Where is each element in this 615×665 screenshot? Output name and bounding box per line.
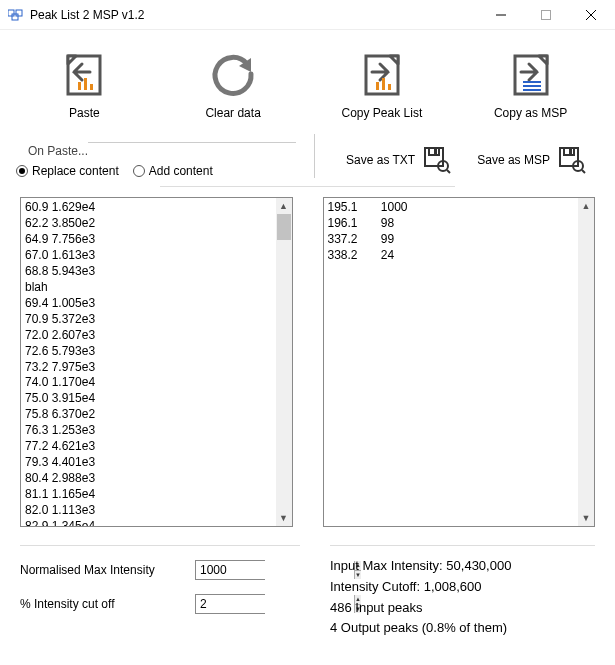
- save-msp-label: Save as MSP: [477, 153, 550, 167]
- cutoff-label: % Intensity cut off: [20, 597, 195, 611]
- stats-panel: Input Max Intensity: 50,430,000 Intensit…: [330, 545, 595, 639]
- window-title: Peak List 2 MSP v1.2: [30, 8, 478, 22]
- radio-replace[interactable]: Replace content: [16, 164, 119, 178]
- clear-button[interactable]: Clear data: [173, 50, 293, 120]
- svg-rect-10: [84, 78, 87, 90]
- options-row: On Paste... Replace content Add content …: [0, 130, 615, 186]
- svg-rect-16: [382, 78, 385, 90]
- stat-output-peaks: 4 Output peaks (0.8% of them): [330, 618, 595, 639]
- svg-marker-8: [68, 56, 76, 64]
- scroll-down-icon[interactable]: ▼: [578, 510, 594, 526]
- scroll-thumb[interactable]: [277, 214, 291, 240]
- divider: [88, 142, 296, 143]
- radio-replace-label: Replace content: [32, 164, 119, 178]
- close-button[interactable]: [568, 1, 613, 29]
- svg-rect-11: [90, 84, 93, 90]
- scroll-down-icon[interactable]: ▼: [276, 510, 292, 526]
- radio-dot-icon: [133, 165, 145, 177]
- paste-icon: [60, 50, 108, 98]
- paste-label: Paste: [69, 106, 100, 120]
- save-txt-label: Save as TXT: [346, 153, 415, 167]
- copy-peak-button[interactable]: Copy Peak List: [322, 50, 442, 120]
- save-txt-button[interactable]: Save as TXT: [346, 146, 451, 174]
- svg-line-27: [447, 170, 450, 173]
- bottom-row: Normalised Max Intensity ▲ ▼ % Intensity…: [0, 537, 615, 647]
- text-panels: 60.9 1.629e4 62.2 3.850e2 64.9 7.756e3 6…: [0, 187, 615, 537]
- scrollbar[interactable]: ▲ ▼: [276, 198, 292, 526]
- toolbar: Paste Clear data Copy Peak List: [0, 30, 615, 130]
- stat-input-peaks: 486 Input peaks: [330, 598, 595, 619]
- svg-rect-2: [16, 10, 22, 16]
- clear-label: Clear data: [205, 106, 260, 120]
- paste-button[interactable]: Paste: [24, 50, 144, 120]
- scroll-up-icon[interactable]: ▲: [276, 198, 292, 214]
- scroll-up-icon[interactable]: ▲: [578, 198, 594, 214]
- svg-marker-19: [539, 56, 547, 64]
- save-msp-button[interactable]: Save as MSP: [477, 146, 586, 174]
- svg-rect-30: [569, 149, 572, 154]
- svg-rect-1: [12, 14, 18, 20]
- on-paste-group: On Paste... Replace content Add content: [16, 134, 296, 178]
- scrollbar[interactable]: ▲ ▼: [578, 198, 594, 526]
- copy-peak-icon: [358, 50, 406, 98]
- controls-panel: Normalised Max Intensity ▲ ▼ % Intensity…: [20, 545, 300, 639]
- output-textbox[interactable]: 195.1 1000 196.1 98 337.2 99 338.2 24 ▲ …: [323, 197, 596, 527]
- app-icon: [8, 7, 24, 23]
- input-textbox[interactable]: 60.9 1.629e4 62.2 3.850e2 64.9 7.756e3 6…: [20, 197, 293, 527]
- stat-max-intensity: Input Max Intensity: 50,430,000: [330, 556, 595, 577]
- svg-rect-18: [515, 56, 547, 94]
- maximize-button: [523, 1, 568, 29]
- svg-rect-9: [78, 82, 81, 90]
- output-text: 195.1 1000 196.1 98 337.2 99 338.2 24: [324, 198, 595, 526]
- svg-rect-17: [388, 84, 391, 90]
- save-icon: [423, 146, 451, 174]
- minimize-button[interactable]: [478, 1, 523, 29]
- save-icon: [558, 146, 586, 174]
- radio-dot-icon: [16, 165, 28, 177]
- radio-add-label: Add content: [149, 164, 213, 178]
- svg-rect-4: [541, 10, 550, 19]
- norm-max-label: Normalised Max Intensity: [20, 563, 195, 577]
- svg-rect-15: [376, 82, 379, 90]
- svg-rect-0: [8, 10, 14, 16]
- svg-line-32: [582, 170, 585, 173]
- refresh-icon: [209, 50, 257, 98]
- input-text: 60.9 1.629e4 62.2 3.850e2 64.9 7.756e3 6…: [21, 198, 292, 526]
- cutoff-spinner[interactable]: ▲ ▼: [195, 594, 265, 614]
- copy-msp-icon: [507, 50, 555, 98]
- divider: [314, 134, 315, 178]
- norm-max-spinner[interactable]: ▲ ▼: [195, 560, 265, 580]
- svg-rect-25: [434, 149, 437, 154]
- svg-marker-14: [390, 56, 398, 64]
- on-paste-title: On Paste...: [24, 144, 92, 158]
- titlebar: Peak List 2 MSP v1.2: [0, 0, 615, 30]
- copy-msp-label: Copy as MSP: [494, 106, 567, 120]
- stat-cutoff: Intensity Cutoff: 1,008,600: [330, 577, 595, 598]
- copy-peak-label: Copy Peak List: [342, 106, 423, 120]
- radio-add[interactable]: Add content: [133, 164, 213, 178]
- copy-msp-button[interactable]: Copy as MSP: [471, 50, 591, 120]
